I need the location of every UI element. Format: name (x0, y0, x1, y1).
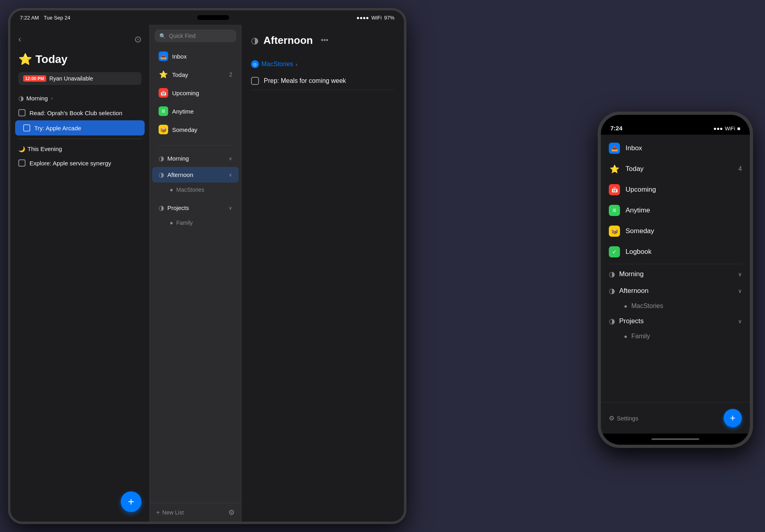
event-title: Ryan Unavailable (49, 75, 93, 82)
iphone-signal-icon: ●●● (714, 126, 723, 132)
sidebar-item-someday[interactable]: 📦 Someday (152, 121, 239, 138)
sidebar-morning-section[interactable]: ◑ Morning ∨ (152, 151, 239, 166)
home-bar (651, 438, 699, 440)
morning-area-icon: ◑ (159, 155, 164, 162)
project-link-icon: ◎ (251, 60, 259, 68)
iphone-someday-item[interactable]: 📦 Someday (601, 221, 750, 241)
task-checkbox-explore[interactable] (18, 159, 26, 167)
iphone-afternoon-label: Afternoon (619, 287, 734, 295)
iphone-fab-plus-icon: + (730, 412, 736, 424)
calendar-event[interactable]: 12:00 PM Ryan Unavailable (18, 72, 141, 85)
iphone-upcoming-label: Upcoming (626, 186, 742, 194)
new-list-label: New List (162, 509, 184, 516)
iphone-morning-icon: ◑ (609, 270, 615, 279)
sidebar-macstories-item[interactable]: ● MacStories (152, 183, 239, 196)
iphone-battery-icon: ■ (737, 126, 740, 132)
ipad-status-icons: ●●●● WiFi 97% (357, 15, 394, 21)
macstories-label: MacStories (176, 186, 204, 193)
task-checkbox-arcade[interactable] (23, 124, 30, 132)
someday-label: Someday (172, 126, 232, 133)
today-icon: ⭐ (159, 70, 168, 79)
macstories-icon: ● (170, 186, 173, 193)
event-time-badge: 12:00 PM (23, 75, 46, 82)
morning-area-chevron: ∨ (229, 156, 232, 161)
iphone-afternoon-section[interactable]: ◑ Afternoon ∨ (601, 283, 750, 299)
evening-section-header[interactable]: 🌙 This Evening (10, 142, 149, 155)
detail-area-icon: ◑ (251, 35, 259, 46)
search-placeholder: Quick Find (169, 33, 196, 39)
iphone-projects-section[interactable]: ◑ Projects ∨ (601, 313, 750, 330)
upcoming-label: Upcoming (172, 90, 232, 96)
sidebar-afternoon-section[interactable]: ◑ Afternoon ∨ (152, 167, 239, 183)
sidebar-item-today[interactable]: ⭐ Today 2 (152, 66, 239, 83)
iphone-projects-icon: ◑ (609, 317, 615, 326)
iphone-fab-button[interactable]: + (724, 409, 742, 427)
iphone-upcoming-item[interactable]: 📅 Upcoming (601, 179, 750, 200)
today-heading: Today (35, 53, 67, 66)
today-title-row: ⭐ Today (10, 51, 149, 72)
divider-1 (18, 139, 141, 139)
projects-area-chevron: ∨ (229, 205, 232, 211)
iphone-settings-label: Settings (617, 415, 638, 422)
today-fab-button[interactable]: + (121, 491, 141, 512)
today-header: ‹ ⊙ (10, 31, 149, 51)
expand-button[interactable]: ⊙ (134, 34, 141, 45)
today-star-icon: ⭐ (18, 53, 32, 66)
task-checkbox-read[interactable] (18, 109, 26, 116)
sidebar-footer: + New List ⚙ (150, 503, 241, 522)
iphone-screen: 7:24 ●●● WiFi ■ 📥 Inbox ⭐ Today 4 (601, 115, 750, 445)
sidebar-projects-section[interactable]: ◑ Projects ∨ (152, 200, 239, 216)
detail-panel: ◑ Afternoon ••• ◎ MacStories › Prep: Mea… (241, 25, 404, 522)
iphone-today-item[interactable]: ⭐ Today 4 (601, 159, 750, 179)
new-list-plus-icon: + (156, 509, 160, 516)
inbox-label: Inbox (172, 53, 232, 60)
detail-task-checkbox[interactable] (251, 77, 259, 85)
inbox-icon: 📥 (159, 51, 168, 61)
projects-area-icon: ◑ (159, 204, 164, 212)
iphone-content: 📥 Inbox ⭐ Today 4 📅 Upcoming ≡ (601, 135, 750, 402)
detail-more-button[interactable]: ••• (321, 36, 328, 45)
task-item-explore[interactable]: Explore: Apple service synergy (10, 155, 149, 171)
sidebar-item-anytime[interactable]: ≡ Anytime (152, 102, 239, 120)
afternoon-area-chevron: ∨ (229, 172, 232, 178)
iphone-inbox-item[interactable]: 📥 Inbox (601, 138, 750, 159)
family-label: Family (176, 220, 192, 226)
detail-task-meals[interactable]: Prep: Meals for coming week (251, 72, 394, 90)
sidebar-item-upcoming[interactable]: 📅 Upcoming (152, 84, 239, 102)
sidebar-item-inbox[interactable]: 📥 Inbox (152, 47, 239, 65)
new-list-button[interactable]: + New List (156, 509, 184, 516)
battery-level: 97% (384, 15, 394, 21)
ipad-screen: 7:22 AM Tue Sep 24 ●●●● WiFi 97% ‹ ⊙ ⭐ T… (10, 10, 404, 522)
today-panel: ‹ ⊙ ⭐ Today 12:00 PM Ryan Unavailable ◑ … (10, 25, 150, 522)
task-item-read[interactable]: Read: Oprah's Book Club selection (10, 105, 149, 120)
afternoon-area-label: Afternoon (167, 171, 226, 178)
iphone-upcoming-icon: 📅 (609, 184, 620, 195)
morning-section-header[interactable]: ◑ Morning › (10, 91, 149, 105)
detail-title: Afternoon (263, 34, 313, 47)
ipad-time: 7:22 AM (20, 15, 39, 21)
sidebar-family-item[interactable]: ● Family (152, 216, 239, 229)
upcoming-icon: 📅 (159, 88, 168, 98)
family-icon: ● (170, 220, 173, 226)
iphone-logbook-item[interactable]: ✓ Logbook (601, 241, 750, 262)
detail-task-text: Prep: Meals for coming week (264, 77, 346, 84)
iphone-someday-label: Someday (626, 227, 742, 235)
iphone-anytime-item[interactable]: ≡ Anytime (601, 200, 750, 221)
iphone-projects-chevron: ∨ (738, 318, 742, 324)
iphone-family-item[interactable]: ● Family (601, 330, 750, 343)
iphone-inbox-icon: 📥 (609, 143, 620, 154)
macstories-project-link[interactable]: ◎ MacStories › (251, 56, 394, 72)
back-button[interactable]: ‹ (18, 34, 21, 45)
search-bar[interactable]: 🔍 Quick Find (155, 29, 236, 42)
iphone-family-icon: ● (624, 333, 627, 340)
project-link-chevron: › (296, 61, 297, 67)
task-item-arcade[interactable]: Try: Apple Arcade (15, 120, 145, 135)
iphone-morning-section[interactable]: ◑ Morning ∨ (601, 266, 750, 283)
iphone-settings-button[interactable]: ⚙ Settings (609, 414, 638, 422)
settings-button[interactable]: ⚙ (228, 508, 235, 517)
iphone-macstories-label: MacStories (631, 302, 663, 310)
fab-plus-icon: + (128, 496, 134, 507)
iphone-anytime-icon: ≡ (609, 205, 620, 216)
iphone-macstories-item[interactable]: ● MacStories (601, 299, 750, 313)
evening-icon: 🌙 (18, 146, 25, 152)
